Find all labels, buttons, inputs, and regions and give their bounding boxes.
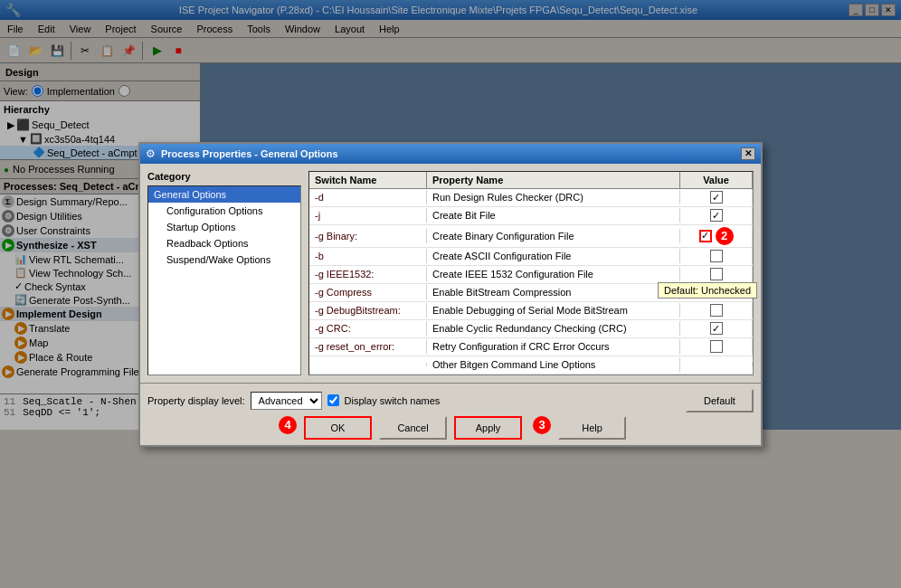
dialog-close-button[interactable]: ✕: [741, 147, 755, 160]
prop-switch-debug: -g DebugBitstream:: [309, 303, 427, 318]
dialog-footer: Property display level: Advanced Standar…: [140, 383, 761, 445]
col-property-name: Property Name: [427, 172, 680, 188]
prop-switch-binary: -g Binary:: [309, 229, 427, 243]
cat-startup-options[interactable]: Startup Options: [148, 219, 300, 235]
prop-name-compress: Enable BitStream Compression: [427, 285, 680, 299]
display-level-row: Property display level: Advanced Standar…: [147, 389, 754, 413]
checkbox-ieee[interactable]: [710, 268, 723, 280]
category-label: Category: [147, 171, 301, 182]
prop-value-debug: [680, 302, 753, 318]
prop-name-other: Other Bitgen Command Line Options: [427, 357, 680, 372]
cancel-button[interactable]: Cancel: [379, 416, 447, 440]
checkbox-crc[interactable]: [710, 322, 723, 335]
prop-value-crc: [680, 320, 753, 337]
buttons-row: 4 OK Cancel Apply 3 Help: [147, 416, 754, 440]
prop-name-drc: Run Design Rules Checker (DRC): [427, 190, 680, 204]
dialog-title: Process Properties - General Options: [161, 148, 741, 159]
prop-row-other: Other Bitgen Command Line Options: [309, 356, 753, 375]
prop-value-ieee: Default: Unchecked: [680, 266, 753, 282]
category-list: General Options Configuration Options St…: [147, 185, 301, 375]
prop-name-debug: Enable Debugging of Serial Mode BitStrea…: [427, 303, 680, 318]
ok-button[interactable]: OK: [304, 416, 372, 440]
dialog-title-bar: ⚙ Process Properties - General Options ✕: [140, 144, 761, 164]
prop-row-reset: -g reset_on_error: Retry Configuration i…: [309, 338, 753, 356]
prop-name-ascii: Create ASCII Configuration File: [427, 249, 680, 263]
checkbox-drc[interactable]: [710, 191, 723, 204]
prop-row-debug: -g DebugBitstream: Enable Debugging of S…: [309, 302, 753, 320]
category-panel: Category General Options Configuration O…: [147, 171, 301, 375]
prop-row-bitfile: -j Create Bit File: [309, 207, 753, 225]
dialog-body: Category General Options Configuration O…: [140, 164, 761, 383]
prop-row-ieee: -g IEEE1532: Create IEEE 1532 Configurat…: [309, 266, 753, 284]
checkbox-ascii[interactable]: [710, 250, 723, 262]
prop-name-ieee: Create IEEE 1532 Configuration File: [427, 267, 680, 281]
prop-switch-compress: -g Compress: [309, 285, 427, 299]
prop-row-ascii: -b Create ASCII Configuration File: [309, 248, 753, 266]
prop-name-bitfile: Create Bit File: [427, 208, 680, 223]
cat-configuration-options[interactable]: Configuration Options: [148, 203, 300, 219]
col-switch-name: Switch Name: [309, 172, 427, 188]
prop-switch-drc: -d: [309, 190, 427, 204]
prop-name-crc: Enable Cyclic Redundancy Checking (CRC): [427, 321, 680, 336]
prop-name-reset: Retry Configuration if CRC Error Occurs: [427, 339, 680, 354]
prop-row-drc: -d Run Design Rules Checker (DRC): [309, 189, 753, 207]
prop-value-reset: [680, 338, 753, 355]
prop-value-drc: [680, 189, 753, 205]
prop-value-other: [680, 363, 753, 366]
props-header: Switch Name Property Name Value: [309, 172, 753, 189]
prop-switch-crc: -g CRC:: [309, 321, 427, 336]
cat-general-options[interactable]: General Options: [148, 186, 300, 203]
prop-switch-ieee: -g IEEE1532:: [309, 267, 427, 281]
cat-suspend-wake-options[interactable]: Suspend/Wake Options: [148, 251, 300, 268]
tooltip-default-unchecked: Default: Unchecked: [658, 282, 757, 299]
prop-switch-reset: -g reset_on_error:: [309, 339, 427, 354]
dialog-overlay: ⚙ Process Properties - General Options ✕…: [0, 0, 901, 588]
prop-row-crc: -g CRC: Enable Cyclic Redundancy Checkin…: [309, 320, 753, 338]
prop-value-bitfile: [680, 207, 753, 223]
step-3: 3: [533, 416, 551, 434]
prop-switch-ascii: -b: [309, 249, 427, 263]
checkbox-reset[interactable]: [710, 340, 723, 353]
process-properties-dialog: ⚙ Process Properties - General Options ✕…: [138, 142, 763, 447]
properties-panel: Switch Name Property Name Value -d Run D…: [308, 171, 754, 375]
prop-switch-bitfile: -j: [309, 208, 427, 223]
display-switch-label: Display switch names: [345, 395, 441, 406]
display-level-select[interactable]: Advanced Standard: [251, 392, 322, 410]
step-4: 4: [279, 416, 297, 434]
display-level-label: Property display level:: [147, 395, 245, 406]
help-button[interactable]: Help: [558, 416, 626, 440]
step-2: 2: [716, 227, 734, 245]
prop-value-ascii: [680, 248, 753, 264]
prop-switch-other: [309, 363, 427, 366]
checkbox-debug[interactable]: [710, 304, 723, 317]
display-switch-checkbox[interactable]: [327, 394, 339, 406]
apply-button[interactable]: Apply: [454, 416, 522, 440]
default-button[interactable]: Default: [686, 389, 754, 413]
cat-readback-options[interactable]: Readback Options: [148, 235, 300, 251]
prop-row-binary: -g Binary: Create Binary Configuration F…: [309, 225, 753, 248]
checkbox-bitfile[interactable]: [710, 209, 723, 222]
prop-value-binary: 2: [680, 225, 753, 247]
prop-name-binary: Create Binary Configuration File: [427, 229, 680, 243]
dialog-icon: ⚙: [146, 147, 156, 160]
checkbox-binary[interactable]: [699, 230, 712, 242]
col-value: Value: [680, 172, 753, 188]
